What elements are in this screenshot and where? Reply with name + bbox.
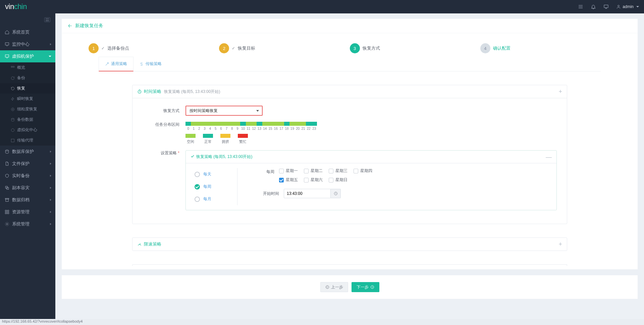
svg-rect-10 bbox=[11, 139, 14, 142]
sidebar-sub-proxy[interactable]: 传输代理 bbox=[0, 135, 55, 146]
svg-rect-5 bbox=[13, 66, 14, 67]
hour-distribution-ticks: 01234567891011121314151617181920212223 bbox=[185, 127, 317, 130]
svg-point-1 bbox=[618, 5, 620, 7]
week-label: 每周 bbox=[261, 168, 274, 175]
sidebar-item-cdp[interactable]: 实时备份 bbox=[0, 170, 55, 182]
policy-collapse-icon: — bbox=[546, 155, 552, 159]
day-checkbox-sat[interactable]: 星期六 bbox=[304, 177, 323, 183]
start-time-label: 开始时间 bbox=[261, 191, 279, 197]
hour-distribution-bar bbox=[185, 122, 317, 126]
svg-rect-18 bbox=[5, 212, 7, 214]
user-menu[interactable]: admin bbox=[616, 4, 639, 9]
policy-panel-head[interactable]: 恢复策略 (每周5, 13:43:00开始) — bbox=[186, 151, 556, 163]
svg-point-23 bbox=[326, 286, 329, 289]
topbar-monitor-icon[interactable] bbox=[603, 4, 609, 9]
topbar-bell-icon[interactable] bbox=[591, 4, 596, 9]
acc-head-time-policy[interactable]: 时间策略 恢复策略 (每周5, 13:43:00开始) + bbox=[132, 85, 567, 98]
start-time-input[interactable] bbox=[284, 189, 331, 198]
wizard-step-3[interactable]: 3恢复方式 bbox=[350, 43, 480, 53]
sidebar-sub-overview[interactable]: 概览 bbox=[0, 62, 55, 73]
start-time-picker-button[interactable] bbox=[331, 189, 341, 198]
wizard-step-4[interactable]: 4确认配置 bbox=[480, 43, 611, 53]
page-back-icon[interactable] bbox=[68, 23, 72, 28]
svg-point-20 bbox=[6, 223, 8, 225]
distribution-label: 任务分布区间 bbox=[143, 122, 185, 127]
svg-rect-13 bbox=[7, 187, 9, 189]
day-checkbox-wed[interactable]: 星期三 bbox=[329, 168, 347, 174]
svg-rect-15 bbox=[6, 199, 8, 202]
freq-option-daily[interactable]: 每天 bbox=[191, 168, 237, 180]
sidebar-sub-backup-data[interactable]: 备份数据 bbox=[0, 114, 55, 125]
svg-point-9 bbox=[11, 128, 14, 131]
freq-option-weekly[interactable]: 每周 bbox=[191, 180, 237, 193]
sidebar-item-resources[interactable]: 资源管理 bbox=[0, 206, 55, 218]
acc-expand-icon: + bbox=[558, 242, 562, 247]
prev-step-button[interactable]: 上一步 bbox=[320, 282, 348, 292]
svg-rect-16 bbox=[5, 210, 7, 212]
next-step-button[interactable]: 下一步 bbox=[352, 282, 379, 292]
sidebar-item-replica[interactable]: 副本容灾 bbox=[0, 182, 55, 194]
sidebar-item-db-protect[interactable]: 数据库保护 bbox=[0, 146, 55, 158]
svg-point-24 bbox=[371, 286, 374, 289]
svg-rect-0 bbox=[604, 5, 608, 8]
sidebar-item-monitor[interactable]: 监控中心 bbox=[0, 38, 55, 50]
svg-rect-2 bbox=[5, 43, 9, 45]
day-checkbox-fri[interactable]: 星期五 bbox=[279, 177, 298, 183]
wizard-step-2[interactable]: 2✓恢复目标 bbox=[219, 43, 350, 53]
browser-status-bar: https://192.168.65.42/?vmrecover#collaps… bbox=[0, 319, 644, 325]
day-checkbox-sun[interactable]: 星期日 bbox=[329, 177, 347, 183]
sidebar-item-archive[interactable]: 数据归档 bbox=[0, 194, 55, 206]
svg-rect-19 bbox=[7, 212, 9, 214]
sidebar-item-home[interactable]: 系统首页 bbox=[0, 26, 55, 38]
svg-point-8 bbox=[11, 118, 14, 119]
freq-option-monthly[interactable]: 每月 bbox=[191, 193, 237, 205]
brand-logo: vinchin bbox=[5, 2, 27, 11]
svg-rect-17 bbox=[7, 210, 9, 212]
sidebar-sub-backup[interactable]: 备份 bbox=[0, 73, 55, 83]
day-checkbox-mon[interactable]: 星期一 bbox=[279, 168, 298, 174]
sidebar-sub-instant[interactable]: 瞬时恢复 bbox=[0, 94, 55, 104]
tab-transfer-policy[interactable]: 传输策略 bbox=[133, 57, 168, 71]
sidebar-item-file-protect[interactable]: 文件保护 bbox=[0, 158, 55, 170]
day-checkbox-tue[interactable]: 星期二 bbox=[304, 168, 323, 174]
restore-mode-label: 恢复方式 bbox=[143, 108, 185, 114]
svg-point-11 bbox=[5, 150, 8, 151]
sidebar-toggle[interactable] bbox=[44, 17, 50, 22]
sidebar-sub-granular[interactable]: 细粒度恢复 bbox=[0, 104, 55, 114]
sidebar-item-system[interactable]: 系统管理 bbox=[0, 218, 55, 230]
legend-swatch-busy bbox=[238, 134, 248, 138]
sidebar-sub-restore[interactable]: 恢复 bbox=[0, 83, 55, 94]
svg-rect-3 bbox=[5, 55, 9, 57]
restore-mode-select[interactable]: 按时间策略恢复 bbox=[185, 106, 263, 116]
legend-swatch-crowded bbox=[220, 134, 230, 138]
page-title: 新建恢复任务 bbox=[75, 23, 103, 29]
set-policy-label: 设置策略* bbox=[143, 150, 185, 156]
legend-swatch-idle bbox=[185, 134, 196, 138]
tab-general-policy[interactable]: 通用策略 bbox=[99, 57, 133, 71]
svg-point-6 bbox=[12, 109, 13, 110]
wizard-step-1[interactable]: 1✓选择备份点 bbox=[89, 43, 219, 53]
topbar-list-icon[interactable] bbox=[578, 4, 583, 9]
day-checkbox-thu[interactable]: 星期四 bbox=[354, 168, 372, 174]
acc-expand-icon: + bbox=[558, 89, 562, 94]
svg-rect-4 bbox=[11, 66, 13, 67]
legend-swatch-normal bbox=[203, 134, 213, 138]
sidebar-item-vm-protect[interactable]: 虚拟机保护 bbox=[0, 50, 55, 62]
acc-head-speed-policy[interactable]: 限速策略 + bbox=[132, 238, 567, 251]
svg-rect-12 bbox=[5, 186, 7, 188]
sidebar-sub-virtualization[interactable]: 虚拟化中心 bbox=[0, 125, 55, 135]
svg-point-7 bbox=[11, 108, 14, 111]
